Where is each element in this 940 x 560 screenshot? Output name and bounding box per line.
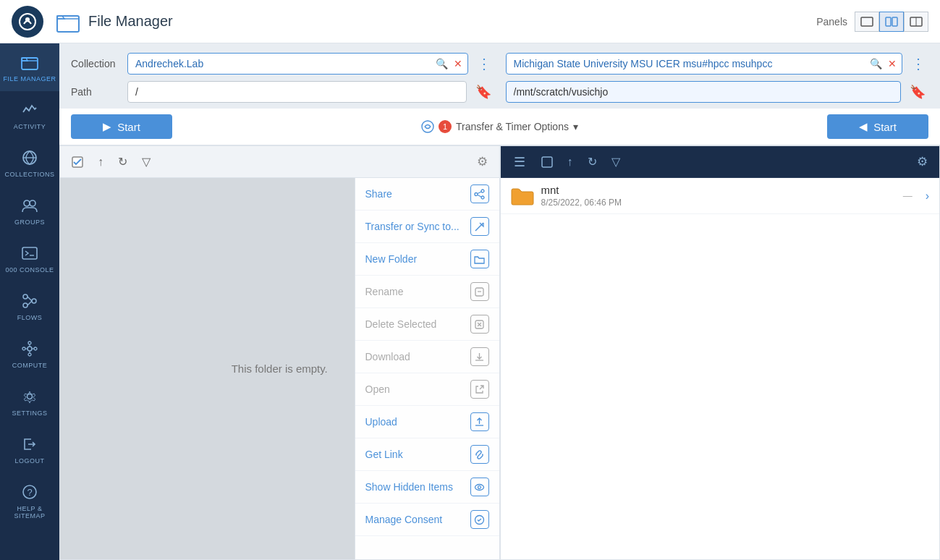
single-panel-btn[interactable] [855, 12, 879, 32]
ctx-get-link-label: Get Link [365, 449, 403, 460]
left-start-btn[interactable]: ▶ Start [71, 114, 172, 139]
left-collection-search-btn[interactable]: 🔍 [434, 56, 449, 71]
sidebar-item-compute[interactable]: COMPUTE [0, 330, 59, 378]
svg-rect-13 [22, 247, 37, 259]
sidebar-item-help-label: HELP & SITEMAP [3, 505, 56, 519]
ctx-download-icon [470, 347, 489, 366]
right-refresh-btn[interactable]: ↻ [583, 152, 601, 171]
file-size: — [903, 190, 913, 201]
ctx-upload[interactable]: Upload [355, 406, 499, 438]
ctx-download: Download [355, 341, 499, 373]
sidebar-item-activity-label: ACTIVITY [14, 123, 46, 130]
file-manager-sidebar-icon [20, 52, 40, 72]
svg-point-36 [481, 196, 484, 199]
groups-icon [20, 195, 40, 216]
left-gear-btn[interactable]: ⚙ [473, 151, 492, 172]
right-collection-search-btn[interactable]: 🔍 [868, 56, 884, 71]
left-checkbox-btn[interactable] [67, 153, 88, 171]
left-collection-input-wrapper: 🔍 ✕ [127, 53, 468, 75]
console-icon [20, 243, 40, 263]
ctx-share[interactable]: Share [355, 178, 499, 211]
right-up-dir-btn[interactable]: ↑ [563, 153, 577, 171]
svg-point-22 [34, 347, 37, 350]
sidebar-item-flows-label: FLOWS [17, 314, 43, 321]
right-start-btn[interactable]: ◀ Start [827, 114, 928, 139]
content-area: Collection 🔍 ✕ ⋮ Path 🔖 [59, 43, 940, 560]
svg-line-37 [478, 192, 481, 194]
ctx-show-hidden[interactable]: Show Hidden Items [355, 471, 499, 504]
sidebar-item-settings[interactable]: SETTINGS [0, 378, 59, 425]
sidebar-item-console[interactable]: 000 CONSOLE [0, 234, 59, 282]
left-panel-toolbar: ↑ ↻ ▽ ⚙ [60, 146, 499, 178]
table-row[interactable]: mnt 8/25/2022, 06:46 PM — › [501, 178, 940, 214]
sidebar-item-file-manager[interactable]: FILE MANAGER [0, 43, 59, 91]
sidebar-item-collections[interactable]: COLLECTIONS [0, 139, 59, 187]
file-name: mnt [541, 184, 896, 196]
ctx-manage-consent[interactable]: Manage Consent [355, 504, 499, 536]
left-collection-input[interactable] [127, 53, 468, 75]
ctx-open-label: Open [365, 383, 390, 395]
sidebar-item-logout[interactable]: LOGOUT [0, 425, 59, 473]
folder-icon [511, 186, 534, 206]
right-filter-btn[interactable]: ▽ [607, 152, 624, 171]
right-path-row: 🔖 [506, 81, 929, 103]
ctx-manage-consent-icon [470, 510, 489, 529]
svg-line-45 [478, 454, 480, 456]
sidebar-item-groups[interactable]: GROUPS [0, 187, 59, 234]
left-start-label: Start [117, 121, 140, 133]
right-panel-content: mnt 8/25/2022, 06:46 PM — › [501, 178, 940, 559]
left-bookmark-btn[interactable]: 🔖 [473, 81, 494, 103]
right-collection-menu-btn[interactable]: ⋮ [908, 52, 928, 75]
sidebar-item-logout-label: LOGOUT [14, 457, 44, 464]
right-collection-input[interactable] [506, 53, 903, 75]
svg-rect-5 [892, 17, 897, 26]
svg-point-34 [481, 190, 484, 192]
ctx-open-icon [470, 380, 489, 399]
chevron-right-icon: › [926, 190, 929, 203]
ctx-rename-icon [470, 282, 489, 301]
left-collection-row: Collection 🔍 ✕ ⋮ [71, 52, 494, 75]
compute-icon [20, 339, 40, 359]
ctx-rename-label: Rename [365, 286, 404, 297]
right-path-input[interactable] [506, 81, 902, 103]
sidebar-item-flows[interactable]: FLOWS [0, 282, 59, 330]
right-bookmark-btn[interactable]: 🔖 [907, 81, 928, 103]
ctx-delete-icon [470, 315, 489, 334]
settings-icon [20, 386, 40, 407]
svg-point-29 [27, 394, 33, 399]
left-filter-btn[interactable]: ▽ [137, 152, 155, 171]
fm-header: Collection 🔍 ✕ ⋮ Path 🔖 [59, 43, 940, 109]
left-path-input[interactable] [127, 81, 467, 103]
ctx-rename: Rename [355, 276, 499, 308]
right-checkbox-btn[interactable] [537, 153, 557, 171]
right-collection-clear-btn[interactable]: ✕ [886, 56, 898, 71]
ctx-show-hidden-label: Show Hidden Items [365, 481, 453, 493]
sidebar-item-activity[interactable]: ACTIVITY [0, 91, 59, 139]
ctx-upload-icon [470, 412, 489, 431]
right-collection-input-wrapper: 🔍 ✕ [506, 53, 903, 75]
left-file-panel: ↑ ↻ ▽ ⚙ Share [59, 145, 500, 560]
left-path-row: Path 🔖 [71, 81, 494, 103]
app-logo[interactable] [12, 6, 43, 38]
topbar: File Manager Panels [0, 0, 940, 43]
ctx-manage-consent-label: Manage Consent [365, 514, 443, 525]
left-refresh-btn[interactable]: ↻ [114, 152, 132, 171]
ctx-transfer[interactable]: Transfer or Sync to... [355, 211, 499, 243]
svg-point-23 [28, 341, 31, 344]
left-up-dir-btn[interactable]: ↑ [93, 153, 108, 171]
svg-line-18 [27, 297, 32, 301]
ctx-transfer-label: Transfer or Sync to... [365, 221, 460, 232]
ctx-share-icon [470, 184, 489, 203]
left-collection-menu-btn[interactable]: ⋮ [474, 52, 494, 75]
left-collection-clear-btn[interactable]: ✕ [452, 56, 464, 71]
right-gear-btn[interactable]: ⚙ [913, 151, 932, 172]
file-info: mnt 8/25/2022, 06:46 PM [541, 184, 896, 208]
ctx-get-link[interactable]: Get Link [355, 438, 499, 471]
transfer-options-btn[interactable]: 1 Transfer & Timer Options ▾ [421, 120, 578, 133]
dual-panel-btn[interactable] [879, 12, 904, 32]
wide-panel-btn[interactable] [904, 12, 928, 32]
sidebar-item-help[interactable]: ? HELP & SITEMAP [0, 473, 59, 528]
ctx-new-folder[interactable]: New Folder [355, 243, 499, 276]
logout-icon [20, 434, 40, 454]
right-hamburger-btn[interactable]: ☰ [508, 151, 531, 173]
